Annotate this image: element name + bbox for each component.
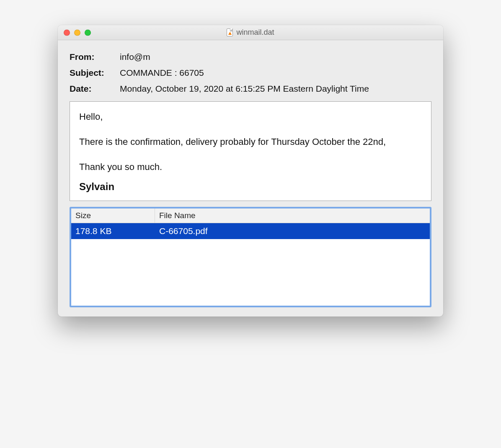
attachment-row[interactable]: 178.8 KB C-66705.pdf	[71, 223, 430, 239]
subject-label: Subject:	[70, 68, 120, 78]
attachment-size: 178.8 KB	[75, 226, 159, 236]
from-label: From:	[70, 52, 120, 62]
window-title-group: winmail.dat	[227, 28, 274, 37]
email-body[interactable]: Hello, There is the confirmation, delive…	[70, 101, 431, 201]
meta-subject-row: Subject: COMMANDE : 66705	[70, 68, 431, 78]
col-header-filename[interactable]: File Name	[155, 209, 430, 223]
app-window: winmail.dat From: info@m Subject: COMMAN…	[58, 25, 443, 317]
body-signature: Sylvain	[79, 180, 422, 194]
minimize-icon[interactable]	[74, 29, 80, 36]
date-label: Date:	[70, 84, 120, 94]
body-greeting: Hello,	[79, 110, 422, 124]
titlebar[interactable]: winmail.dat	[58, 25, 443, 40]
document-icon	[227, 28, 233, 36]
body-line: There is the confirmation, delivery prob…	[79, 135, 422, 149]
attachments-header-row: Size File Name	[71, 209, 430, 223]
zoom-icon[interactable]	[85, 29, 91, 36]
body-thanks: Thank you so much.	[79, 160, 422, 174]
traffic-lights	[64, 29, 91, 36]
attachment-filename: C-66705.pdf	[159, 226, 426, 236]
email-meta: From: info@m Subject: COMMANDE : 66705 D…	[70, 52, 431, 94]
window-content: From: info@m Subject: COMMANDE : 66705 D…	[58, 40, 443, 317]
col-header-size[interactable]: Size	[71, 209, 155, 223]
from-value: info@m	[120, 52, 431, 62]
subject-value: COMMANDE : 66705	[120, 68, 431, 78]
meta-from-row: From: info@m	[70, 52, 431, 62]
window-title: winmail.dat	[236, 28, 274, 37]
close-icon[interactable]	[64, 29, 70, 36]
date-value: Monday, October 19, 2020 at 6:15:25 PM E…	[120, 84, 431, 94]
meta-date-row: Date: Monday, October 19, 2020 at 6:15:2…	[70, 84, 431, 94]
attachments-table[interactable]: Size File Name 178.8 KB C-66705.pdf	[70, 207, 431, 307]
